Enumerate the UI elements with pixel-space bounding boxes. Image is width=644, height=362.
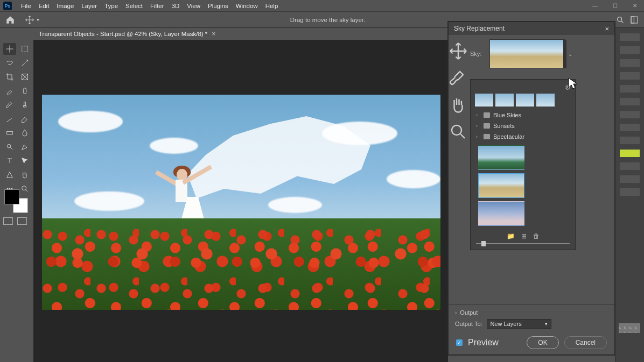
svg-rect-3	[22, 46, 28, 52]
stamp-tool[interactable]	[18, 99, 31, 111]
menu-filter[interactable]: Filter	[146, 3, 168, 9]
path-tool[interactable]	[18, 155, 31, 167]
trash-icon[interactable]: 🗑	[533, 232, 540, 240]
folder-blue-skies[interactable]: › Blue Skies	[471, 110, 575, 120]
eraser-tool[interactable]	[18, 113, 31, 125]
folder-open-icon[interactable]: 📁	[507, 232, 515, 240]
sky-thumb-3[interactable]	[478, 201, 524, 226]
cancel-button[interactable]: Cancel	[564, 336, 607, 349]
window-close-icon[interactable]: ✕	[629, 3, 641, 9]
color-swatches[interactable]	[4, 189, 28, 213]
window-restore-icon[interactable]: ☐	[609, 3, 621, 9]
crop-tool[interactable]	[3, 71, 16, 83]
max-logo	[619, 323, 640, 333]
folder-sunsets[interactable]: › Sunsets	[471, 120, 575, 131]
chevron-down-icon: ▾	[545, 321, 548, 326]
output-to-select[interactable]: New Layers ▾	[487, 319, 551, 329]
ok-button[interactable]: OK	[527, 336, 558, 349]
svg-point-12	[452, 125, 461, 135]
foreground-color-swatch[interactable]	[4, 189, 19, 204]
thumb-recent-4[interactable]	[536, 94, 555, 107]
properties-panel	[615, 28, 644, 362]
pen-tool[interactable]	[18, 141, 31, 153]
menu-layer[interactable]: Layer	[78, 3, 101, 9]
canvas-area	[33, 40, 448, 362]
thumb-size-slider[interactable]	[471, 240, 575, 244]
svg-rect-6	[7, 131, 13, 134]
folder-icon	[484, 134, 490, 139]
output-section: › Output Output To: New Layers ▾	[449, 304, 614, 331]
app-logo: Ps	[3, 2, 12, 10]
dialog-title: Sky Replacement	[454, 25, 505, 32]
quickmask-mode-icon[interactable]	[17, 217, 27, 225]
output-header: Output	[460, 309, 478, 316]
search-icon[interactable]	[616, 16, 625, 24]
recent-thumbs	[471, 94, 575, 110]
history-brush-tool[interactable]	[3, 113, 16, 125]
workspace-icon[interactable]	[630, 16, 639, 24]
menu-type[interactable]: Type	[101, 3, 122, 9]
menu-3d[interactable]: 3D	[168, 3, 184, 9]
menu-view[interactable]: View	[183, 3, 204, 9]
menu-help[interactable]: Help	[262, 3, 282, 9]
brush-tool[interactable]	[3, 99, 16, 111]
eyedropper-tool[interactable]	[3, 85, 16, 97]
frame-tool[interactable]	[18, 71, 31, 83]
edit-modes	[3, 217, 27, 225]
sky-preset-flyout: ⚙ › Blue Skies › Sunsets	[470, 79, 576, 250]
folder-spectacular[interactable]: › Spectacular	[471, 131, 575, 142]
sky-thumb-1[interactable]	[478, 145, 524, 170]
marquee-tool[interactable]	[18, 43, 31, 55]
menu-window[interactable]: Window	[232, 3, 262, 9]
standard-mode-icon[interactable]	[3, 217, 13, 225]
chevron-down-icon[interactable]: ⌄	[568, 51, 572, 57]
chevron-right-icon[interactable]: ›	[455, 310, 457, 316]
blur-tool[interactable]	[18, 127, 31, 139]
chevron-right-icon: ›	[476, 112, 480, 118]
chevron-right-icon: ›	[476, 123, 480, 129]
dialog-brush-tool-icon[interactable]	[449, 68, 468, 88]
shape-tool[interactable]	[3, 169, 16, 181]
folder-label: Blue Skies	[493, 112, 521, 118]
document-tab[interactable]: Transparent Objects - Start.psd @ 42% (S…	[33, 29, 221, 39]
dialog-hand-tool-icon[interactable]	[449, 95, 468, 115]
mouse-cursor-icon	[568, 77, 579, 91]
document-title: Transparent Objects - Start.psd @ 42% (S…	[39, 31, 207, 37]
move-tool[interactable]	[3, 43, 16, 55]
thumb-recent-3[interactable]	[516, 94, 534, 107]
preview-checkbox[interactable]: ✓	[456, 339, 463, 346]
lasso-tool[interactable]	[3, 57, 16, 69]
close-dialog-icon[interactable]: ×	[605, 25, 609, 33]
menu-image[interactable]: Image	[53, 3, 78, 9]
folder-icon	[484, 123, 490, 129]
close-tab-icon[interactable]: ×	[212, 30, 215, 38]
document-canvas[interactable]	[42, 95, 440, 310]
healing-tool[interactable]	[18, 85, 31, 97]
type-tool[interactable]	[3, 155, 16, 167]
menu-plugins[interactable]: Plugins	[204, 3, 232, 9]
preview-label: Preview	[468, 338, 499, 347]
sky-thumb-2-selected[interactable]	[478, 173, 524, 198]
new-preset-icon[interactable]: ⊞	[521, 232, 527, 240]
hand-tool[interactable]	[18, 169, 31, 181]
svg-rect-1	[631, 17, 638, 23]
window-minimize-icon[interactable]: —	[589, 3, 601, 9]
dialog-button-row: ✓ Preview OK Cancel	[449, 331, 614, 354]
sky-label: Sky:	[470, 51, 484, 57]
flower-field	[42, 218, 440, 310]
menu-file[interactable]: File	[17, 3, 35, 9]
home-icon[interactable]	[5, 15, 15, 25]
scene-image	[42, 95, 440, 310]
thumb-recent-2[interactable]	[495, 94, 514, 107]
wand-tool[interactable]	[18, 57, 31, 69]
menu-edit[interactable]: Edit	[35, 3, 53, 9]
dialog-titlebar[interactable]: Sky Replacement ×	[449, 22, 614, 35]
dialog-zoom-tool-icon[interactable]	[449, 122, 468, 141]
dialog-move-tool-icon[interactable]	[449, 41, 468, 61]
gradient-tool[interactable]	[3, 127, 16, 139]
menu-select[interactable]: Select	[122, 3, 146, 9]
dodge-tool[interactable]	[3, 141, 16, 153]
thumb-recent-1[interactable]	[475, 94, 493, 107]
sky-preset-dropdown[interactable]	[489, 39, 565, 68]
move-tool-icon[interactable]	[25, 15, 34, 25]
